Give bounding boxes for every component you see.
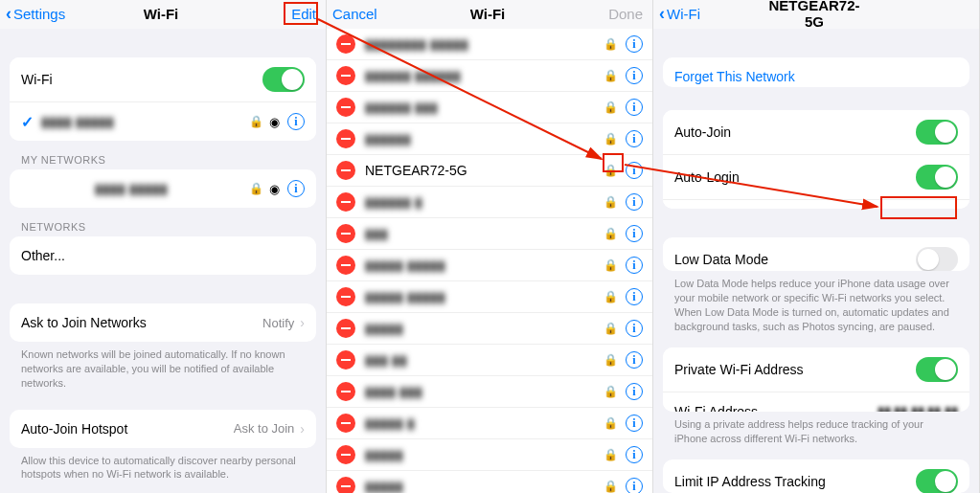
remove-icon[interactable] [336, 192, 355, 212]
network-edit-row[interactable]: ▮▮▮▮▮▮ ▮🔒i [327, 187, 652, 218]
lock-icon: 🔒 [604, 195, 618, 209]
info-icon[interactable]: i [626, 383, 643, 400]
info-icon[interactable]: i [626, 225, 643, 242]
info-icon[interactable]: i [626, 351, 643, 369]
lock-icon: 🔒 [604, 227, 618, 240]
wifi-edit-pane: Cancel Wi-Fi Done ▮▮▮▮▮▮▮▮ ▮▮▮▮▮🔒i▮▮▮▮▮▮… [327, 0, 653, 493]
network-name: ▮▮▮▮▮▮ [365, 131, 596, 146]
network-edit-row[interactable]: ▮▮▮🔒i [327, 218, 652, 250]
forget-label: Forget This Network [674, 69, 958, 84]
info-icon[interactable]: i [626, 478, 643, 493]
remove-icon[interactable] [336, 350, 355, 370]
network-edit-row[interactable]: ▮▮▮▮▮▮ ▮▮▮▮▮▮🔒i [327, 60, 652, 92]
edit-button[interactable]: Edit [291, 6, 316, 22]
info-icon[interactable]: i [626, 193, 643, 211]
chevron-right-icon: › [300, 315, 305, 330]
back-wifi-link[interactable]: Wi-Fi [667, 6, 700, 22]
info-icon[interactable]: i [626, 130, 643, 147]
info-icon[interactable]: i [626, 415, 643, 432]
remove-icon[interactable] [336, 445, 355, 464]
lock-icon: 🔒 [604, 385, 618, 398]
cancel-button[interactable]: Cancel [332, 6, 377, 22]
connected-network-row[interactable]: ✓ ▮▮▮▮ ▮▮▮▮▮ 🔒 ◉ i [10, 102, 316, 141]
ask-footer-note: Known networks will be joined automatica… [0, 342, 326, 391]
info-icon[interactable]: i [626, 99, 643, 116]
private-address-row: Private Wi-Fi Address [663, 347, 969, 392]
private-address-toggle[interactable] [916, 357, 958, 382]
network-edit-row[interactable]: ▮▮▮▮▮▮ ▮▮▮🔒i [327, 92, 652, 123]
remove-icon[interactable] [336, 287, 355, 306]
wifi-address-row: Wi-Fi Address ▮▮ ▮▮ ▮▮ ▮▮ ▮▮ [663, 392, 969, 412]
network-name: ▮▮▮ [365, 226, 596, 241]
info-icon[interactable]: i [626, 35, 643, 53]
info-icon[interactable]: i [626, 67, 643, 84]
check-icon: ✓ [21, 113, 34, 131]
remove-icon[interactable] [336, 256, 355, 275]
network-edit-row[interactable]: ▮▮▮▮ ▮▮▮🔒i [327, 376, 652, 408]
low-data-toggle[interactable] [916, 247, 958, 271]
limit-ip-label: Limit IP Address Tracking [674, 474, 916, 489]
wifi-toggle[interactable] [262, 67, 305, 92]
info-icon[interactable]: i [626, 257, 643, 274]
remove-icon[interactable] [336, 129, 355, 148]
auto-login-toggle[interactable] [916, 165, 958, 190]
other-network-row[interactable]: Other... [10, 236, 316, 275]
nav-bar: Cancel Wi-Fi Done [327, 0, 652, 29]
network-name: NETGEAR72-5G [365, 163, 596, 178]
info-icon[interactable]: i [626, 446, 643, 463]
back-chevron-icon[interactable]: ‹ [659, 4, 665, 24]
lock-icon: 🔒 [604, 164, 618, 177]
ask-to-join-row[interactable]: Ask to Join Networks Notify › [10, 303, 316, 342]
auto-join-hotspot-row[interactable]: Auto-Join Hotspot Ask to Join › [10, 410, 316, 448]
connected-network-name: ▮▮▮▮ ▮▮▮▮▮ [41, 114, 241, 129]
back-settings-link[interactable]: Settings [13, 6, 65, 22]
lock-icon: 🔒 [249, 115, 263, 128]
private-address-note: Using a private address helps reduce tra… [653, 412, 979, 446]
wifi-signal-icon: ◉ [269, 182, 280, 196]
network-edit-row[interactable]: ▮▮▮▮▮ ▮🔒i [327, 408, 652, 439]
network-edit-row[interactable]: ▮▮▮▮▮▮▮▮ ▮▮▮▮▮🔒i [327, 29, 652, 60]
info-icon[interactable]: i [626, 320, 643, 337]
network-edit-row[interactable]: NETGEAR72-5G🔒i [327, 155, 652, 187]
auto-join-toggle[interactable] [916, 120, 958, 145]
chevron-right-icon: › [300, 421, 305, 437]
wifi-label: Wi-Fi [21, 72, 262, 87]
remove-icon[interactable] [336, 34, 355, 54]
password-row[interactable]: Password ●●●●●●●●●●● [663, 200, 969, 209]
auto-join-row: Auto-Join [663, 110, 969, 155]
auto-login-label: Auto-Login [674, 169, 916, 185]
remove-icon[interactable] [336, 477, 355, 493]
info-icon[interactable]: i [287, 180, 305, 197]
network-name: ▮▮▮▮▮ [365, 321, 596, 336]
network-edit-row[interactable]: ▮▮▮▮▮🔒i [327, 471, 652, 493]
remove-icon[interactable] [336, 382, 355, 401]
network-edit-row[interactable]: ▮▮▮▮▮ ▮▮▮▮▮🔒i [327, 250, 652, 281]
forget-network-row[interactable]: Forget This Network [663, 57, 969, 87]
remove-icon[interactable] [336, 414, 355, 433]
info-icon[interactable]: i [626, 288, 643, 305]
network-edit-row[interactable]: ▮▮▮▮▮🔒i [327, 313, 652, 345]
remove-icon[interactable] [336, 66, 355, 85]
info-icon[interactable]: i [287, 113, 305, 130]
network-edit-row[interactable]: ▮▮▮▮▮ ▮▮▮▮▮🔒i [327, 281, 652, 313]
network-name: ▮▮▮▮▮▮ ▮▮▮ [365, 100, 596, 115]
network-edit-row[interactable]: ▮▮▮ ▮▮🔒i [327, 345, 652, 376]
network-edit-row[interactable]: ▮▮▮▮▮🔒i [327, 439, 652, 471]
remove-icon[interactable] [336, 319, 355, 338]
network-edit-list[interactable]: ▮▮▮▮▮▮▮▮ ▮▮▮▮▮🔒i▮▮▮▮▮▮ ▮▮▮▮▮▮🔒i▮▮▮▮▮▮ ▮▮… [327, 29, 652, 493]
remove-icon[interactable] [336, 98, 355, 117]
done-button[interactable]: Done [608, 6, 643, 22]
limit-ip-toggle[interactable] [916, 469, 958, 493]
low-data-mode-row: Low Data Mode [663, 237, 969, 271]
network-edit-row[interactable]: ▮▮▮▮▮▮🔒i [327, 123, 652, 155]
remove-icon[interactable] [336, 224, 355, 243]
lock-icon: 🔒 [604, 416, 618, 430]
info-icon[interactable]: i [626, 162, 643, 179]
known-network-row[interactable]: ▮▮▮▮ ▮▮▮▮▮ 🔒 ◉ i [10, 169, 316, 208]
network-name: ▮▮▮▮▮ [365, 479, 596, 493]
network-name: ▮▮▮▮▮ ▮▮▮▮▮ [365, 289, 596, 304]
remove-icon[interactable] [336, 161, 355, 180]
back-chevron-icon[interactable]: ‹ [6, 4, 11, 24]
network-name: ▮▮▮▮▮▮ ▮▮▮▮▮▮ [365, 68, 596, 83]
wifi-toggle-row: Wi-Fi [10, 57, 316, 102]
